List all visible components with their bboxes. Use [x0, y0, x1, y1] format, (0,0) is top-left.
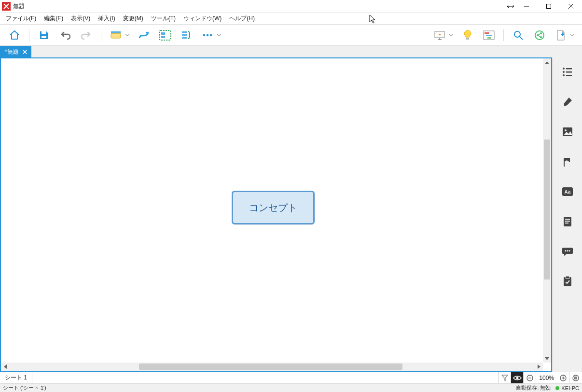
- brainstorm-button[interactable]: [459, 27, 476, 44]
- svg-point-21: [535, 31, 544, 40]
- gantt-button[interactable]: [480, 27, 498, 44]
- presentation-button[interactable]: [431, 27, 448, 44]
- right-sidebar: Aa: [552, 57, 582, 372]
- svg-rect-17: [485, 32, 489, 34]
- zoom-out-button[interactable]: [524, 372, 536, 383]
- svg-point-20: [514, 31, 520, 37]
- status-autosave: 自動保存: 無効: [516, 384, 551, 392]
- svg-point-41: [567, 250, 568, 252]
- menu-edit[interactable]: 編集(E): [40, 13, 67, 24]
- export-button[interactable]: [552, 27, 569, 44]
- boundary-button[interactable]: [156, 27, 174, 44]
- svg-rect-2: [42, 36, 46, 38]
- svg-rect-18: [486, 35, 492, 36]
- minimize-button[interactable]: [515, 0, 538, 13]
- svg-rect-8: [182, 31, 187, 33]
- search-button[interactable]: [510, 27, 527, 44]
- svg-point-27: [563, 71, 565, 73]
- menu-file[interactable]: ファイル(F): [2, 13, 40, 24]
- toolbar-separator: [503, 29, 504, 41]
- svg-rect-7: [161, 36, 165, 38]
- horizontal-scrollbar[interactable]: [1, 363, 543, 371]
- svg-rect-15: [466, 38, 469, 40]
- svg-point-42: [568, 250, 570, 252]
- close-icon[interactable]: [22, 48, 28, 55]
- more-button[interactable]: [199, 27, 216, 44]
- chevron-down-icon[interactable]: [449, 34, 453, 36]
- share-button[interactable]: [531, 27, 548, 44]
- maximize-button[interactable]: [538, 0, 560, 13]
- menu-window[interactable]: ウィンドウ(W): [180, 13, 225, 24]
- svg-rect-9: [182, 34, 187, 36]
- scroll-down-arrow[interactable]: [543, 354, 551, 363]
- svg-point-32: [565, 129, 567, 131]
- save-button[interactable]: [35, 27, 53, 44]
- toolbar: [0, 25, 582, 46]
- image-panel-button[interactable]: [560, 124, 575, 140]
- menu-help[interactable]: ヘルプ(H): [225, 13, 259, 24]
- notes-panel-button[interactable]: [560, 214, 575, 229]
- visibility-button[interactable]: [511, 372, 524, 383]
- title-bar: 無題: [0, 0, 582, 13]
- toolbar-separator: [29, 29, 29, 41]
- comments-panel-button[interactable]: [560, 244, 575, 259]
- status-sheet-path: シート ('シート 1'): [3, 384, 46, 392]
- svg-rect-0: [547, 4, 551, 9]
- sheet-tab[interactable]: シート 1: [0, 372, 32, 383]
- svg-rect-26: [566, 68, 572, 70]
- scroll-left-arrow[interactable]: [1, 363, 9, 371]
- mindmap-canvas[interactable]: コンセプト: [1, 58, 551, 371]
- svg-point-25: [563, 68, 565, 70]
- vertical-scroll-thumb[interactable]: [544, 140, 550, 280]
- marker-panel-button[interactable]: [560, 154, 575, 169]
- resize-horizontal-icon[interactable]: [506, 0, 515, 13]
- svg-rect-39: [565, 223, 568, 224]
- vertical-scrollbar[interactable]: [543, 58, 551, 363]
- status-host: KEI-PC: [561, 385, 579, 391]
- document-tab-label: *無題: [5, 48, 19, 56]
- sheet-input-area[interactable]: [32, 372, 499, 383]
- task-panel-button[interactable]: [560, 274, 575, 289]
- svg-rect-30: [566, 75, 572, 76]
- font-panel-button[interactable]: Aa: [560, 184, 575, 199]
- svg-rect-37: [565, 219, 570, 220]
- close-button[interactable]: [560, 0, 582, 13]
- svg-rect-44: [566, 276, 569, 279]
- chevron-down-icon[interactable]: [570, 34, 574, 36]
- relationship-button[interactable]: [135, 27, 152, 44]
- fit-button[interactable]: [569, 372, 582, 383]
- menu-view[interactable]: 表示(V): [67, 13, 94, 24]
- document-tab[interactable]: *無題: [0, 46, 31, 57]
- central-topic-node[interactable]: コンセプト: [232, 191, 315, 224]
- svg-text:Aa: Aa: [564, 189, 570, 195]
- topic-button[interactable]: [107, 27, 125, 44]
- zoom-in-button[interactable]: [557, 372, 569, 383]
- horizontal-scroll-thumb[interactable]: [139, 364, 402, 370]
- svg-point-29: [563, 74, 565, 76]
- menu-tools[interactable]: ツール(T): [147, 13, 180, 24]
- svg-rect-6: [161, 32, 165, 35]
- undo-button[interactable]: [56, 27, 74, 44]
- toolbar-separator: [101, 29, 101, 41]
- redo-button[interactable]: [78, 27, 95, 44]
- app-icon: [2, 2, 11, 11]
- scroll-right-arrow[interactable]: [535, 363, 543, 371]
- home-button[interactable]: [6, 27, 23, 44]
- zoom-label: 100%: [536, 375, 557, 381]
- chevron-down-icon[interactable]: [217, 34, 221, 36]
- summary-button[interactable]: [178, 27, 195, 44]
- scroll-up-arrow[interactable]: [543, 58, 551, 67]
- svg-rect-1: [42, 31, 46, 34]
- svg-point-45: [516, 377, 518, 379]
- menu-insert[interactable]: 挿入(I): [94, 13, 119, 24]
- svg-rect-28: [566, 71, 572, 73]
- svg-point-13: [210, 34, 212, 36]
- filter-button[interactable]: [499, 372, 511, 383]
- svg-rect-19: [487, 37, 491, 39]
- format-panel-button[interactable]: [560, 94, 575, 110]
- outline-panel-button[interactable]: [560, 64, 575, 80]
- chevron-down-icon[interactable]: [125, 34, 129, 36]
- status-bar: シート ('シート 1') 自動保存: 無効 KEI-PC: [0, 383, 582, 392]
- menu-modify[interactable]: 変更(M): [119, 13, 147, 24]
- svg-point-11: [203, 34, 206, 36]
